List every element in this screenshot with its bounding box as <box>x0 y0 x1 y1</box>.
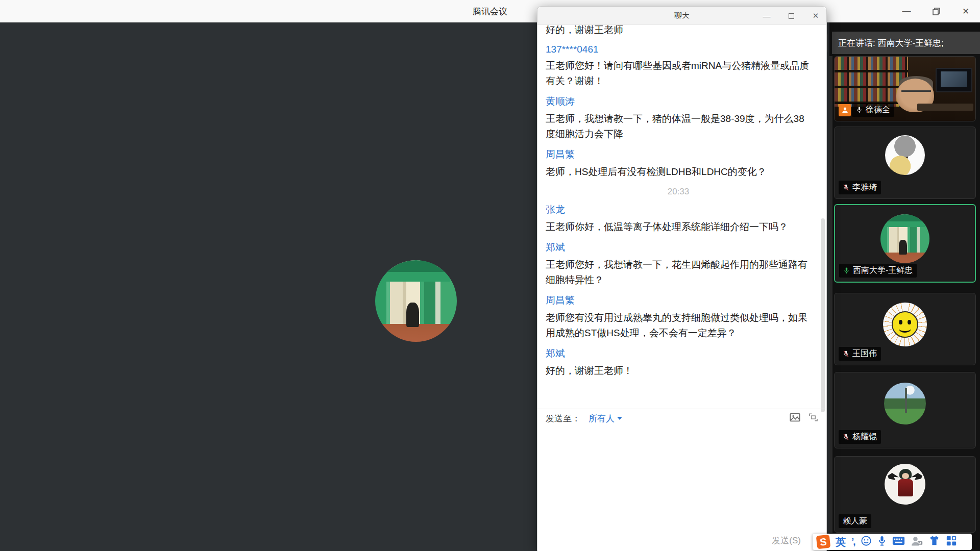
participant-tile-wangxianzhong[interactable]: 西南大学-王鲜忠 <box>834 204 976 283</box>
app-title: 腾讯会议 <box>0 6 980 17</box>
chat-timestamp: 20:33 <box>546 187 811 197</box>
chat-sender[interactable]: 张龙 <box>546 203 811 216</box>
ime-punctuation-toggle[interactable]: ’, <box>851 536 855 547</box>
image-upload-icon[interactable] <box>790 413 800 424</box>
minimize-button[interactable]: — <box>899 4 914 18</box>
chat-input-area[interactable] <box>537 428 826 551</box>
chevron-down-icon <box>617 417 622 420</box>
participant-name: 徐德全 <box>866 105 890 115</box>
active-speaker-text: 正在讲话: 西南大学-王鲜忠; <box>838 37 944 49</box>
skin-icon[interactable] <box>928 535 940 548</box>
soft-keyboard-icon[interactable] <box>892 536 905 547</box>
smiley-avatar <box>883 303 927 346</box>
anime-avatar <box>885 464 925 505</box>
ime-toolbar[interactable]: S 英 ’, <box>813 534 972 550</box>
participant-label: 赖人豪 <box>839 514 871 528</box>
sogou-logo-icon[interactable]: S <box>816 535 831 549</box>
participant-label: 徐德全 <box>839 103 894 117</box>
chat-scrollbar[interactable] <box>821 218 825 412</box>
participant-name: 王国伟 <box>852 348 877 359</box>
participant-name: 杨耀锟 <box>852 432 877 442</box>
dog-avatar <box>885 135 925 175</box>
corridor-avatar <box>880 214 929 263</box>
mic-on-icon <box>856 106 863 114</box>
chat-message: 王老师您好！请问有哪些基因或者miRNA与公猪精液量或品质有关？谢谢！ <box>546 58 811 89</box>
ime-language-toggle[interactable]: 英 <box>836 535 846 549</box>
person-glasses <box>901 90 931 95</box>
active-speaker-banner: 正在讲话: 西南大学-王鲜忠; <box>832 32 980 54</box>
mic-active-icon <box>843 267 850 274</box>
participant-label: 杨耀锟 <box>839 430 881 444</box>
chat-message: 好的，谢谢王老师 <box>546 25 811 38</box>
participant-tile-liyaqi[interactable]: 李雅琦 <box>834 127 976 199</box>
chat-sender[interactable]: 周昌繁 <box>546 294 811 307</box>
restore-icon[interactable] <box>929 4 943 18</box>
chat-window-controls: — ✕ <box>761 7 821 25</box>
main-titlebar: 腾讯会议 — ✕ <box>0 0 980 22</box>
profile-icon[interactable] <box>911 535 923 548</box>
screenshot-icon[interactable] <box>808 413 818 424</box>
mic-muted-icon <box>843 350 849 358</box>
participant-label: 西南大学-王鲜忠 <box>839 264 917 278</box>
participant-name: 赖人豪 <box>843 516 867 527</box>
send-button[interactable]: 发送(S) <box>772 535 801 546</box>
mic-muted-icon <box>843 184 849 191</box>
close-button[interactable]: ✕ <box>959 4 973 18</box>
desk <box>917 104 973 111</box>
chat-maximize-button[interactable] <box>786 10 797 21</box>
chat-sender[interactable]: 周昌繁 <box>546 148 811 161</box>
audience-dropdown[interactable]: 所有人 <box>589 413 622 424</box>
chat-message: 王老师，我想请教一下，猪的体温一般是38-39度，为什么38度细胞活力会下降 <box>546 111 811 142</box>
voice-input-icon[interactable] <box>877 535 887 548</box>
monitor <box>936 68 972 92</box>
chat-message: 好的，谢谢王老师！ <box>546 363 811 379</box>
participant-label: 王国伟 <box>839 347 881 361</box>
chat-message: 王老师您好，我想请教一下，花生四烯酸起作用的那些通路有细胞特异性？ <box>546 257 811 288</box>
host-badge-icon <box>839 104 851 116</box>
chat-message-list[interactable]: 好的，谢谢王老师 137****0461 王老师您好！请问有哪些基因或者miRN… <box>537 25 826 409</box>
chat-close-button[interactable]: ✕ <box>810 10 821 21</box>
landscape-avatar <box>884 383 926 424</box>
chat-sender[interactable]: 郑斌 <box>546 347 811 360</box>
chat-send-to-row: 发送至： 所有人 <box>537 409 826 428</box>
chat-sender[interactable]: 137****0461 <box>546 44 811 55</box>
participant-name: 西南大学-王鲜忠 <box>853 265 913 276</box>
window-controls: — ✕ <box>899 0 973 22</box>
participant-tile-wangguowei[interactable]: 王国伟 <box>834 293 976 365</box>
chat-minimize-button[interactable]: — <box>761 10 772 21</box>
toolbox-grid-icon[interactable] <box>946 535 957 548</box>
participant-name: 李雅琦 <box>852 182 877 193</box>
participant-label: 李雅琦 <box>839 181 881 194</box>
sidebar-scrollbar[interactable] <box>829 56 832 533</box>
send-to-label: 发送至： <box>546 413 580 424</box>
mic-muted-icon <box>843 433 849 441</box>
participant-tile-yangyaokun[interactable]: 杨耀锟 <box>834 372 976 448</box>
chat-message: 老师您有没有用过成熟睾丸的支持细胞做过类似处理吗，如果用成熟的ST做HS处理，会… <box>546 310 811 341</box>
audience-selected: 所有人 <box>589 413 615 424</box>
emoji-icon[interactable] <box>861 535 872 548</box>
chat-message: 老师，HS处理后有没有检测LDHB和LDHC的变化？ <box>546 164 811 180</box>
participant-tile-lairenhao[interactable]: 赖人豪 <box>834 456 976 533</box>
chat-window: 聊天 — ✕ 好的，谢谢王老师 137****0461 王老师您好！请问有哪些基… <box>537 6 827 551</box>
chat-titlebar[interactable]: 聊天 — ✕ <box>537 7 826 25</box>
stage-speaker-avatar <box>375 260 457 342</box>
chat-sender[interactable]: 黄顺涛 <box>546 95 811 108</box>
chat-message: 王老师你好，低温等离子体处理系统能详细介绍一下吗？ <box>546 219 811 235</box>
chat-sender[interactable]: 郑斌 <box>546 241 811 254</box>
participant-tile-xudequan[interactable]: 徐德全 <box>834 56 976 121</box>
